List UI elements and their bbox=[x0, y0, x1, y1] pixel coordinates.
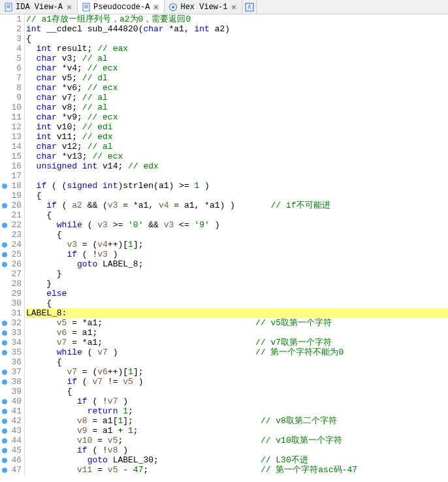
gutter-row[interactable] bbox=[0, 220, 9, 230]
gutter-row[interactable] bbox=[0, 416, 9, 426]
code-editor[interactable]: 1234567891011121314151617181920212223242… bbox=[0, 14, 448, 475]
tab-pseudocode-a[interactable]: Pseudocode-A bbox=[78, 0, 165, 14]
code-line[interactable]: v5 = *a1; // v5取第一个字符 bbox=[26, 318, 448, 328]
gutter-row[interactable] bbox=[0, 230, 9, 240]
gutter-row[interactable] bbox=[0, 249, 9, 259]
code-line[interactable]: char *v4; // ecx bbox=[26, 63, 448, 73]
code-line[interactable]: { bbox=[26, 230, 448, 240]
gutter-row[interactable] bbox=[0, 44, 9, 54]
code-line[interactable]: v8 = a1[1]; // v8取第二个字符 bbox=[26, 416, 448, 426]
close-icon[interactable] bbox=[230, 3, 238, 11]
struct-view-button[interactable]: A bbox=[242, 0, 257, 14]
gutter-row[interactable] bbox=[0, 181, 9, 191]
gutter-row[interactable] bbox=[0, 24, 9, 34]
code-line[interactable]: { bbox=[26, 34, 448, 44]
gutter-row[interactable] bbox=[0, 318, 9, 328]
gutter-row[interactable] bbox=[0, 83, 9, 93]
gutter-row[interactable] bbox=[0, 279, 9, 289]
code-line[interactable]: int v10; // edi bbox=[26, 122, 448, 132]
code-line[interactable]: char v12; // al bbox=[26, 142, 448, 152]
close-icon[interactable] bbox=[152, 3, 160, 11]
code-line[interactable]: v7 = *a1; // v7取第一个字符 bbox=[26, 338, 448, 347]
gutter-row[interactable] bbox=[0, 63, 9, 73]
gutter-row[interactable] bbox=[0, 171, 9, 181]
code-line[interactable]: if ( !v7 ) bbox=[26, 396, 448, 406]
code-line[interactable]: unsigned int v14; // edx bbox=[26, 161, 448, 171]
code-line[interactable]: char v7; // al bbox=[26, 93, 448, 103]
code-line[interactable]: char *v6; // ecx bbox=[26, 83, 448, 93]
code-line[interactable]: goto LABEL_30; // L30不进 bbox=[26, 455, 448, 465]
gutter-row[interactable] bbox=[0, 54, 9, 63]
gutter-row[interactable] bbox=[0, 465, 9, 475]
gutter-row[interactable] bbox=[0, 103, 9, 112]
code-line[interactable]: v7 = (v6++)[1]; bbox=[26, 367, 448, 377]
gutter-row[interactable] bbox=[0, 308, 9, 318]
gutter-row[interactable] bbox=[0, 406, 9, 416]
gutter-row[interactable] bbox=[0, 269, 9, 279]
gutter-row[interactable] bbox=[0, 396, 9, 406]
gutter-row[interactable] bbox=[0, 289, 9, 298]
gutter-row[interactable] bbox=[0, 357, 9, 367]
code-line[interactable] bbox=[26, 171, 448, 181]
code-line[interactable]: { bbox=[26, 298, 448, 308]
gutter-row[interactable] bbox=[0, 191, 9, 201]
code-line[interactable]: { bbox=[26, 191, 448, 201]
code-line[interactable]: char *v9; // ecx bbox=[26, 112, 448, 122]
gutter-row[interactable] bbox=[0, 377, 9, 387]
code-line[interactable]: int result; // eax bbox=[26, 44, 448, 54]
code-line[interactable]: char v5; // dl bbox=[26, 73, 448, 83]
gutter-row[interactable] bbox=[0, 152, 9, 161]
code-line[interactable]: v9 = a1 + 1; bbox=[26, 426, 448, 436]
breakpoint-gutter[interactable] bbox=[0, 14, 9, 475]
gutter-row[interactable] bbox=[0, 34, 9, 44]
gutter-row[interactable] bbox=[0, 73, 9, 83]
code-line[interactable]: return 1; bbox=[26, 406, 448, 416]
gutter-row[interactable] bbox=[0, 367, 9, 377]
close-icon[interactable] bbox=[65, 3, 73, 11]
code-line[interactable]: char v3; // al bbox=[26, 54, 448, 63]
code-line[interactable]: while ( v3 >= '0' && v3 <= '9' ) bbox=[26, 220, 448, 230]
code-line[interactable]: v10 = v5; // v10取第一个字符 bbox=[26, 436, 448, 445]
gutter-row[interactable] bbox=[0, 210, 9, 220]
code-line[interactable]: while ( v7 ) // 第一个字符不能为0 bbox=[26, 347, 448, 357]
code-line[interactable]: v6 = a1; bbox=[26, 328, 448, 338]
code-line[interactable]: if ( !v3 ) bbox=[26, 249, 448, 259]
code-line[interactable]: int __cdecl sub_444820(char *a1, int a2) bbox=[26, 24, 448, 34]
code-line[interactable]: v3 = (v4++)[1]; bbox=[26, 240, 448, 249]
code-line[interactable]: { bbox=[26, 357, 448, 367]
code-line[interactable]: v11 = v5 - 47; // 第一个字符asc码-47 bbox=[26, 465, 448, 475]
gutter-row[interactable] bbox=[0, 436, 9, 445]
gutter-row[interactable] bbox=[0, 14, 9, 24]
code-line[interactable]: if ( !v8 ) bbox=[26, 445, 448, 455]
code-line[interactable]: char *v13; // ecx bbox=[26, 152, 448, 161]
gutter-row[interactable] bbox=[0, 142, 9, 152]
gutter-row[interactable] bbox=[0, 161, 9, 171]
code-line[interactable]: int v11; // edx bbox=[26, 132, 448, 142]
gutter-row[interactable] bbox=[0, 93, 9, 103]
code-line[interactable]: goto LABEL_8; bbox=[26, 259, 448, 269]
code-content[interactable]: // a1存放一组序列号，a2为0，需要返回0int __cdecl sub_4… bbox=[25, 14, 448, 475]
code-line[interactable]: } bbox=[26, 269, 448, 279]
code-line[interactable]: { bbox=[26, 387, 448, 396]
code-line[interactable]: else bbox=[26, 289, 448, 298]
gutter-row[interactable] bbox=[0, 347, 9, 357]
code-line[interactable]: } bbox=[26, 279, 448, 289]
gutter-row[interactable] bbox=[0, 259, 9, 269]
gutter-row[interactable] bbox=[0, 112, 9, 122]
gutter-row[interactable] bbox=[0, 338, 9, 347]
gutter-row[interactable] bbox=[0, 132, 9, 142]
code-line[interactable]: if ( (signed int)strlen(a1) >= 1 ) bbox=[26, 181, 448, 191]
gutter-row[interactable] bbox=[0, 455, 9, 465]
gutter-row[interactable] bbox=[0, 298, 9, 308]
gutter-row[interactable] bbox=[0, 328, 9, 338]
code-line[interactable]: char v8; // al bbox=[26, 103, 448, 112]
code-line[interactable]: // a1存放一组序列号，a2为0，需要返回0 bbox=[26, 14, 448, 24]
gutter-row[interactable] bbox=[0, 426, 9, 436]
gutter-row[interactable] bbox=[0, 240, 9, 249]
code-line[interactable]: LABEL_8: bbox=[26, 308, 448, 318]
code-line[interactable]: if ( a2 && (v3 = *a1, v4 = a1, *a1) ) //… bbox=[26, 201, 448, 210]
gutter-row[interactable] bbox=[0, 387, 9, 396]
gutter-row[interactable] bbox=[0, 201, 9, 210]
code-line[interactable]: { bbox=[26, 210, 448, 220]
gutter-row[interactable] bbox=[0, 445, 9, 455]
